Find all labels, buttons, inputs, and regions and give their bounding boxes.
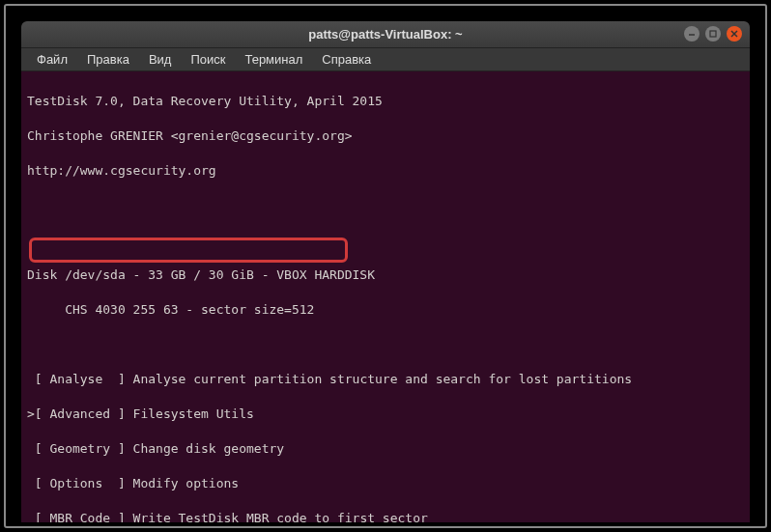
menu-option-options[interactable]: [ Options ] Modify options	[27, 475, 744, 492]
blank-line	[27, 336, 744, 353]
disk-info: Disk /dev/sda - 33 GB / 30 GiB - VBOX HA…	[27, 266, 744, 284]
menu-option-analyse[interactable]: [ Analyse ] Analyse current partition st…	[27, 371, 744, 388]
blank-line	[27, 197, 744, 214]
maximize-button[interactable]	[705, 26, 721, 42]
disk-info: CHS 4030 255 63 - sector size=512	[27, 301, 744, 319]
window-controls	[684, 26, 742, 42]
menu-option-advanced[interactable]: >[ Advanced ] Filesystem Utils	[27, 406, 744, 423]
terminal-output[interactable]: TestDisk 7.0, Data Recovery Utility, Apr…	[21, 71, 750, 522]
option-label: [ MBR Code ]	[27, 511, 133, 522]
blank-line	[27, 232, 744, 249]
close-button[interactable]	[727, 26, 742, 42]
option-label: [ Analyse ]	[27, 372, 133, 386]
option-desc: Modify options	[133, 476, 240, 490]
menu-edit[interactable]: Правка	[79, 50, 137, 69]
window-title: patts@patts-VirtualBox: ~	[308, 27, 462, 42]
menu-help[interactable]: Справка	[314, 50, 379, 69]
window-titlebar: patts@patts-VirtualBox: ~	[21, 21, 750, 48]
menu-search[interactable]: Поиск	[183, 50, 233, 69]
menu-view[interactable]: Вид	[141, 50, 180, 69]
svg-rect-1	[710, 31, 716, 37]
option-desc: Write TestDisk MBR code to first sector	[133, 511, 428, 522]
option-label: [ Geometry ]	[27, 441, 133, 456]
menu-file[interactable]: Файл	[29, 50, 75, 69]
option-desc: Analyse current partition structure and …	[133, 372, 633, 386]
option-desc: Change disk geometry	[133, 441, 285, 456]
menu-terminal[interactable]: Терминал	[237, 50, 310, 69]
header-line: http://www.cgsecurity.org	[27, 162, 744, 180]
selection-indicator: >	[27, 406, 35, 421]
header-line: Christophe GRENIER <grenier@cgsecurity.o…	[27, 127, 744, 145]
minimize-button[interactable]	[684, 26, 700, 42]
terminal-window: patts@patts-VirtualBox: ~ Файл Правка Ви…	[21, 21, 750, 522]
menu-option-mbr[interactable]: [ MBR Code ] Write TestDisk MBR code to …	[27, 510, 744, 522]
option-label: [ Advanced ]	[35, 406, 133, 421]
option-desc: Filesystem Utils	[133, 406, 254, 421]
header-line: TestDisk 7.0, Data Recovery Utility, Apr…	[27, 93, 744, 110]
menu-option-geometry[interactable]: [ Geometry ] Change disk geometry	[27, 440, 744, 458]
menubar: Файл Правка Вид Поиск Терминал Справка	[21, 48, 750, 71]
option-label: [ Options ]	[27, 476, 133, 490]
